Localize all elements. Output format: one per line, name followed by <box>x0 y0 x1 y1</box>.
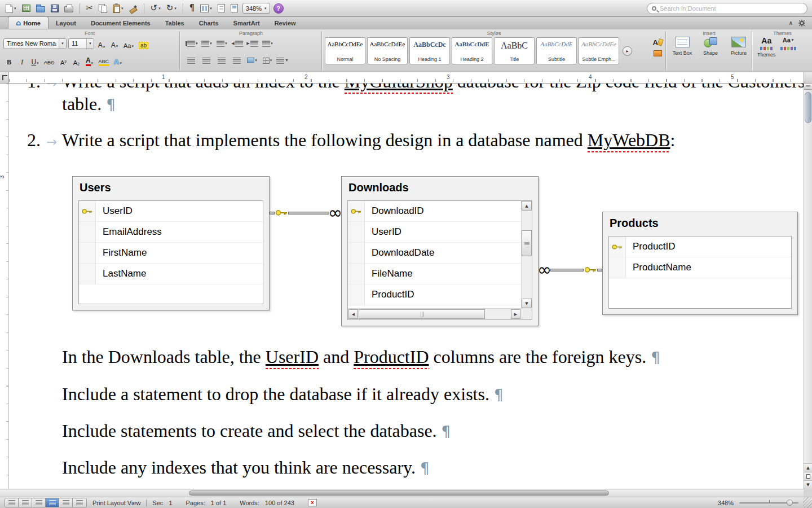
more-styles-button[interactable]: ▸ <box>623 46 632 56</box>
print-layout-button[interactable] <box>46 498 59 507</box>
notebook-layout-button[interactable] <box>59 498 73 507</box>
scroll-left-button[interactable]: ◀ <box>348 309 358 319</box>
paragraph-create-select[interactable]: Include statements to create and select … <box>62 419 451 443</box>
scrollbar-thumb[interactable] <box>805 92 811 123</box>
font-family-select[interactable]: Times New Roman ▾ <box>3 38 67 49</box>
font-color-button[interactable]: A ▾ <box>84 55 95 66</box>
tab-tables[interactable]: Tables <box>158 17 192 29</box>
insert-text-box-button[interactable]: Text Box <box>670 37 695 56</box>
list-item-1-continued[interactable]: table.¶ <box>62 93 116 116</box>
collapse-ribbon-button[interactable]: ∧ <box>789 20 793 26</box>
align-center-button[interactable] <box>200 55 213 66</box>
tab-stop-selector[interactable] <box>0 72 9 83</box>
themes-button[interactable]: Aa Themes <box>757 37 776 58</box>
manage-styles-button[interactable] <box>654 50 662 56</box>
shading-button[interactable]: ▾ <box>246 55 258 66</box>
db-table-products[interactable]: Products ProductID ProductName <box>602 212 798 315</box>
db-table-downloads[interactable]: Downloads DownloadID UserID DownloadDate… <box>341 176 539 326</box>
insert-picture-button[interactable]: Picture <box>726 37 751 56</box>
numbering-button[interactable]: ▾ <box>201 38 213 49</box>
spelling-status-icon[interactable]: × <box>308 499 317 506</box>
open-button[interactable] <box>35 2 46 15</box>
document-page[interactable]: 1.→Write a script that adds an index to … <box>9 84 804 489</box>
underline-button[interactable]: U ▾ <box>29 55 41 66</box>
tab-document-elements[interactable]: Document Elements <box>83 17 158 29</box>
highlight-color-button[interactable]: ABC <box>97 55 111 66</box>
bullets-button[interactable]: ▾ <box>185 38 198 49</box>
shrink-font-button[interactable]: A ▾ <box>109 38 120 49</box>
superscript-button[interactable]: A² <box>58 55 69 66</box>
columns-button[interactable]: ▾ <box>199 2 213 15</box>
change-case-button[interactable]: Aa ▾ <box>122 38 135 49</box>
draft-view-button[interactable] <box>5 498 19 507</box>
db-table-users[interactable]: Users UserID EmailAddress FirstName Last… <box>72 176 270 310</box>
bold-button[interactable]: B <box>3 55 15 66</box>
outline-view-button[interactable] <box>19 498 32 507</box>
window-resize-grip[interactable] <box>803 497 812 508</box>
show-formatting-marks-button[interactable]: ¶ <box>188 2 196 15</box>
subscript-button[interactable]: A₂ <box>71 55 82 66</box>
tab-layout[interactable]: Layout <box>48 17 83 29</box>
vertical-ruler[interactable]: 3 <box>0 84 9 489</box>
tab-home[interactable]: ⌂ Home <box>8 16 48 29</box>
paragraph-indexes[interactable]: Include any indexes that you think are n… <box>62 456 430 480</box>
zoom-slider-knob[interactable] <box>787 500 793 506</box>
increase-indent-button[interactable]: ▶ <box>246 38 259 49</box>
format-painter-button[interactable] <box>128 2 139 15</box>
line-spacing-button[interactable]: ▾ <box>262 38 274 49</box>
zoom-combo[interactable]: 348% ▾ <box>242 3 270 14</box>
font-size-select[interactable]: 11 ▾ <box>68 38 94 49</box>
style-heading-1[interactable]: AaBbCcDc Heading 1 <box>409 37 450 64</box>
paste-button[interactable]: ▾ <box>112 2 125 15</box>
justify-button[interactable] <box>231 55 243 66</box>
list-item-1[interactable]: 1.→Write a script that adds an index to … <box>27 84 804 94</box>
redo-button[interactable]: ↻ ▾ <box>165 2 178 15</box>
next-page-button[interactable]: ▼ <box>804 480 812 489</box>
align-left-button[interactable] <box>185 55 197 66</box>
new-document-button[interactable]: ▾ <box>5 2 17 15</box>
horizontal-ruler[interactable]: 1 2 3 4 5 <box>0 72 812 84</box>
print-preview-button[interactable] <box>230 2 239 15</box>
paragraph-foreign-keys[interactable]: In the Downloads table, the UserID and P… <box>62 345 660 369</box>
vertical-scrollbar[interactable]: ▲ ▼ <box>804 84 812 489</box>
template-gallery-button[interactable] <box>21 2 32 15</box>
highlight-button[interactable]: ab <box>137 38 150 49</box>
copy-button[interactable] <box>98 2 108 15</box>
list-item-2[interactable]: 2.→Write a script that implements the fo… <box>27 129 675 153</box>
split-handle[interactable] <box>804 84 812 90</box>
align-right-button[interactable] <box>215 55 228 66</box>
style-title[interactable]: AaBbC Title <box>494 37 535 64</box>
horizontal-scrollbar[interactable] <box>0 489 804 497</box>
undo-button[interactable]: ↺ ▾ <box>149 2 162 15</box>
zoom-slider[interactable] <box>739 499 798 507</box>
strikethrough-button[interactable]: ABC <box>42 55 56 66</box>
style-subtle-emphasis[interactable]: AaBbCcDdEe Subtle Emph... <box>579 37 619 64</box>
style-heading-2[interactable]: AaBbCcDdE Heading 2 <box>452 37 492 64</box>
scroll-right-button[interactable]: ▶ <box>511 309 520 319</box>
select-browse-object-button[interactable] <box>804 472 812 480</box>
tab-review[interactable]: Review <box>267 17 303 29</box>
help-button[interactable]: ? <box>273 3 284 14</box>
print-button[interactable] <box>63 2 74 15</box>
theme-colors-button[interactable] <box>780 47 796 50</box>
ruler-toggle-button[interactable] <box>804 72 812 83</box>
previous-page-button[interactable]: ▲ <box>804 463 812 472</box>
styles-pane-button[interactable]: A <box>653 38 663 47</box>
words-value[interactable]: 100 of 243 <box>265 500 294 506</box>
gear-icon[interactable] <box>800 21 804 25</box>
tab-charts[interactable]: Charts <box>192 17 226 29</box>
paragraph-drop-database[interactable]: Include a statement to drop the database… <box>62 383 504 406</box>
text-effects-button[interactable]: A ▾ <box>112 55 123 66</box>
search-input[interactable] <box>660 5 802 12</box>
grid-vertical-scrollbar[interactable]: ▲ ▼ <box>521 201 532 308</box>
italic-button[interactable]: I <box>16 55 28 66</box>
grow-font-button[interactable]: A ▴ <box>96 38 107 49</box>
vertical-scroll-thumb[interactable] <box>522 230 532 256</box>
style-normal[interactable]: AaBbCcDdEe Normal <box>325 37 365 64</box>
scrollbar-thumb[interactable] <box>189 491 609 496</box>
focus-view-button[interactable] <box>73 498 86 507</box>
borders-button[interactable]: ▾ <box>261 55 273 66</box>
decrease-indent-button[interactable]: ◀ <box>231 38 244 49</box>
scroll-down-button[interactable]: ▼ <box>522 299 532 308</box>
cut-button[interactable]: ✂ <box>85 2 95 15</box>
